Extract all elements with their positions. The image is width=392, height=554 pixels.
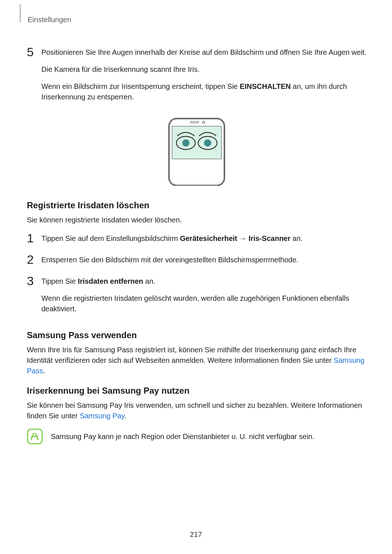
step5-p3: Wenn ein Bildschirm zur Irisentsperrung … [41, 81, 367, 102]
delete-intro: Sie können registrierte Irisdaten wieder… [27, 215, 367, 225]
step-number: 1 [27, 232, 41, 244]
text: Sie können bei Samsung Pay Iris verwende… [27, 401, 362, 420]
step5-p1: Positionieren Sie Ihre Augen innerhalb d… [41, 47, 367, 58]
phone-iris-icon [166, 117, 228, 186]
step5-p2: Die Kamera für die Iriserkennung scannt … [41, 64, 367, 75]
delete-step1-text: Tippen Sie auf dem Einstellungsbildschir… [41, 233, 367, 244]
pass-paragraph: Wenn Ihre Iris für Samsung Pass registri… [27, 345, 367, 376]
delete-step3-p2: Wenn die registrierten Irisdaten gelösch… [41, 293, 367, 314]
step-body: Positionieren Sie Ihre Augen innerhalb d… [41, 46, 367, 109]
step-number: 3 [27, 275, 41, 287]
step-body: Entsperren Sie den Bildschirm mit der vo… [41, 253, 367, 272]
breadcrumb: Einstellungen [28, 16, 367, 24]
delete-step2-text: Entsperren Sie den Bildschirm mit der vo… [41, 255, 367, 265]
delete-step-3: 3 Tippen Sie Irisdaten entfernen an. Wen… [27, 275, 367, 321]
text: Tippen Sie auf dem Einstellungsbildschir… [41, 234, 180, 242]
einschalten-bold: EINSCHALTEN [240, 82, 291, 90]
note-row: Samsung Pay kann je nach Region oder Die… [27, 428, 367, 444]
delete-step-1: 1 Tippen Sie auf dem Einstellungsbildsch… [27, 232, 367, 250]
note-text: Samsung Pay kann je nach Region oder Die… [51, 431, 314, 442]
iris-scanner-bold: Iris-Scanner [249, 234, 291, 242]
geraetesicherheit-bold: Gerätesicherheit [180, 234, 237, 242]
pay-paragraph: Sie können bei Samsung Pay Iris verwende… [27, 400, 367, 421]
heading-samsung-pass: Samsung Pass verwenden [27, 330, 367, 340]
delete-step3-text: Tippen Sie Irisdaten entfernen an. [41, 276, 367, 287]
text: an. [143, 277, 155, 285]
text: Wenn ein Bildschirm zur Irisentsperrung … [41, 82, 240, 90]
step-5: 5 Positionieren Sie Ihre Augen innerhalb… [27, 46, 367, 109]
samsung-pay-link[interactable]: Samsung Pay [80, 412, 124, 420]
heading-delete-iris: Registrierte Irisdaten löschen [27, 200, 367, 210]
header-vertical-rule [20, 4, 20, 22]
step-number: 5 [27, 46, 41, 58]
svg-point-6 [182, 139, 189, 147]
text: . [43, 367, 45, 375]
svg-point-8 [204, 139, 211, 147]
heading-samsung-pay: Iriserkennung bei Samsung Pay nutzen [27, 386, 367, 396]
delete-step-2: 2 Entsperren Sie den Bildschirm mit der … [27, 253, 367, 272]
note-icon [27, 428, 43, 444]
arrow: → [237, 234, 249, 242]
text: an. [290, 234, 302, 242]
page-number: 217 [0, 530, 392, 539]
svg-rect-4 [172, 126, 221, 159]
step-body: Tippen Sie Irisdaten entfernen an. Wenn … [41, 275, 367, 321]
text: . [124, 412, 127, 420]
text: Wenn Ihre Iris für Samsung Pass registri… [27, 346, 356, 364]
step-body: Tippen Sie auf dem Einstellungsbildschir… [41, 232, 367, 250]
iris-phone-figure [27, 117, 367, 186]
text: Tippen Sie [41, 277, 78, 285]
step-number: 2 [27, 253, 41, 266]
irisdaten-entfernen-bold: Irisdaten entfernen [78, 277, 143, 285]
